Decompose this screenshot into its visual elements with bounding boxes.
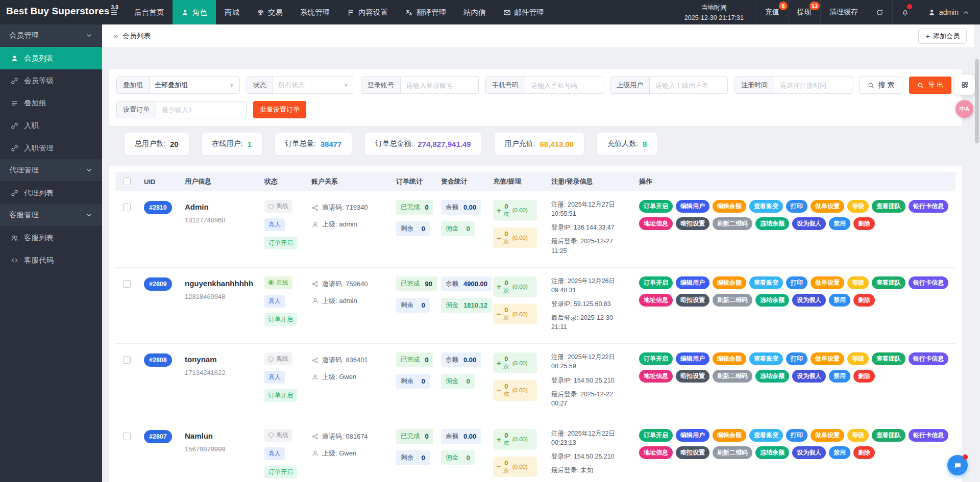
action-button-edit-user[interactable]: 编辑用户 [676, 352, 709, 365]
action-button-view-account-changes[interactable]: 查看账变 [749, 200, 783, 213]
row-checkbox[interactable] [123, 204, 131, 211]
action-button-disable[interactable]: 禁用 [829, 217, 850, 230]
action-button-freeze-balance[interactable]: 冻结余额 [755, 217, 789, 230]
sidebar-item-7[interactable]: 代理列表 [0, 182, 102, 204]
clear-cache-button[interactable]: 清理缓存 [821, 0, 867, 24]
sidebar-item-4[interactable]: 入职 [0, 114, 102, 137]
menu-toggle-button[interactable] [102, 0, 126, 24]
status-select[interactable]: 所有状态 ▼ [273, 77, 354, 93]
action-button-set-as-fake[interactable]: 设为假人 [792, 217, 826, 230]
sidebar-item-1[interactable]: 会员列表 [0, 47, 102, 69]
action-button-task-settings[interactable]: 做单设置 [811, 200, 844, 213]
action-button-edit-user[interactable]: 编辑用户 [676, 276, 709, 289]
sidebar-group-6[interactable]: 代理管理 [0, 159, 102, 182]
nav-item-5[interactable]: 内容设置 [338, 0, 397, 24]
action-button-task-settings[interactable]: 做单设置 [811, 429, 844, 442]
action-button-print[interactable]: 打印 [786, 352, 807, 365]
action-button-task-settings[interactable]: 做单设置 [811, 276, 844, 289]
search-button[interactable]: 搜 索 [859, 77, 902, 94]
action-button-level[interactable]: 等级 [847, 276, 869, 289]
sidebar-group-8[interactable]: 客服管理 [0, 204, 102, 226]
action-button-refresh-qrcode[interactable]: 刷新二维码 [713, 217, 752, 230]
select-all-checkbox[interactable] [123, 177, 131, 185]
action-button-refresh-qrcode[interactable]: 刷新二维码 [713, 370, 752, 383]
chat-button[interactable] [947, 455, 968, 475]
action-button-refresh-qrcode[interactable]: 刷新二维码 [713, 294, 752, 307]
action-button-hidden-deduction[interactable]: 暗扣设置 [676, 446, 709, 459]
action-button-delete[interactable]: 删除 [853, 370, 875, 383]
action-button-order-open[interactable]: 订单开启 [639, 429, 673, 442]
sidebar-item-5[interactable]: 入职管理 [0, 137, 102, 159]
scrollbar-thumb[interactable] [975, 59, 979, 143]
action-button-address-info[interactable]: 地址信息 [639, 370, 673, 383]
nav-item-4[interactable]: 系统管理 [291, 0, 338, 24]
action-button-task-settings[interactable]: 做单设置 [811, 352, 844, 365]
action-button-order-open[interactable]: 订单开启 [639, 276, 673, 289]
action-button-address-info[interactable]: 地址信息 [639, 217, 673, 230]
action-button-order-open[interactable]: 订单开启 [639, 352, 673, 365]
action-button-view-team[interactable]: 查看团队 [872, 429, 905, 442]
nav-item-7[interactable]: 站内信 [455, 0, 495, 24]
action-button-edit-balance[interactable]: 编辑余额 [713, 276, 746, 289]
action-button-level[interactable]: 等级 [847, 200, 869, 213]
parent-user-input[interactable] [650, 77, 727, 93]
row-checkbox[interactable] [123, 280, 131, 288]
action-button-view-team[interactable]: 查看团队 [872, 276, 905, 289]
translate-button[interactable]: 中A [955, 100, 973, 118]
action-button-print[interactable]: 打印 [786, 429, 807, 442]
action-button-disable[interactable]: 禁用 [829, 370, 850, 383]
layout-settings-button[interactable] [954, 74, 975, 95]
row-checkbox[interactable] [123, 356, 131, 364]
action-button-address-info[interactable]: 地址信息 [639, 294, 673, 307]
sidebar-item-10[interactable]: 客服代码 [0, 249, 102, 271]
page-scrollbar[interactable] [974, 24, 980, 482]
action-button-bank-card-info[interactable]: 银行卡信息 [909, 200, 948, 213]
notifications-button[interactable] [893, 0, 918, 24]
sidebar-item-2[interactable]: 会员等级 [0, 69, 102, 92]
action-button-view-account-changes[interactable]: 查看账变 [749, 352, 783, 365]
nav-item-6[interactable]: 翻译管理 [397, 0, 455, 24]
user-menu[interactable]: admin [918, 0, 980, 24]
set-order-input[interactable] [156, 102, 246, 118]
action-button-view-account-changes[interactable]: 查看账变 [749, 429, 783, 442]
login-account-input[interactable] [401, 77, 478, 93]
add-member-button[interactable]: + 添加会员 [918, 29, 967, 44]
action-button-delete[interactable]: 删除 [853, 446, 875, 459]
action-button-print[interactable]: 打印 [786, 276, 807, 289]
action-button-delete[interactable]: 删除 [853, 217, 875, 230]
action-button-hidden-deduction[interactable]: 暗扣设置 [676, 217, 709, 230]
action-button-order-open[interactable]: 订单开启 [639, 200, 673, 213]
sidebar-item-3[interactable]: 叠加组 [0, 92, 102, 114]
action-button-bank-card-info[interactable]: 银行卡信息 [909, 352, 948, 365]
action-button-level[interactable]: 等级 [847, 429, 869, 442]
action-button-edit-user[interactable]: 编辑用户 [676, 200, 709, 213]
action-button-freeze-balance[interactable]: 冻结余额 [755, 370, 789, 383]
action-button-edit-user[interactable]: 编辑用户 [676, 429, 709, 442]
action-button-hidden-deduction[interactable]: 暗扣设置 [676, 370, 709, 383]
action-button-edit-balance[interactable]: 编辑余额 [713, 429, 746, 442]
nav-item-0[interactable]: 后台首页 [126, 0, 173, 24]
refresh-button[interactable] [867, 0, 893, 24]
action-button-disable[interactable]: 禁用 [829, 446, 850, 459]
action-button-refresh-qrcode[interactable]: 刷新二维码 [713, 446, 752, 459]
nav-item-2[interactable]: 商城 [216, 0, 248, 24]
action-button-freeze-balance[interactable]: 冻结余额 [755, 446, 789, 459]
recharge-button[interactable]: 充值 8 [756, 0, 789, 24]
action-button-view-account-changes[interactable]: 查看账变 [749, 276, 783, 289]
action-button-freeze-balance[interactable]: 冻结余额 [755, 294, 789, 307]
action-button-set-as-fake[interactable]: 设为假人 [792, 370, 826, 383]
nav-item-8[interactable]: 邮件管理 [495, 0, 553, 24]
action-button-delete[interactable]: 删除 [853, 294, 875, 307]
overlay-group-select[interactable]: 全部叠加组 ▼ [150, 77, 239, 93]
export-button[interactable]: 导 出 [909, 77, 951, 94]
withdraw-button[interactable]: 提现 13 [789, 0, 821, 24]
register-time-input[interactable] [774, 77, 852, 93]
action-button-level[interactable]: 等级 [847, 352, 869, 365]
sidebar-item-9[interactable]: 客服列表 [0, 226, 102, 249]
nav-item-1[interactable]: 角色 [173, 0, 216, 24]
action-button-edit-balance[interactable]: 编辑余额 [713, 352, 746, 365]
action-button-set-as-fake[interactable]: 设为假人 [792, 294, 826, 307]
action-button-bank-card-info[interactable]: 银行卡信息 [909, 276, 948, 289]
batch-set-order-button[interactable]: 批量设置订单 [253, 101, 306, 118]
action-button-view-team[interactable]: 查看团队 [872, 352, 905, 365]
